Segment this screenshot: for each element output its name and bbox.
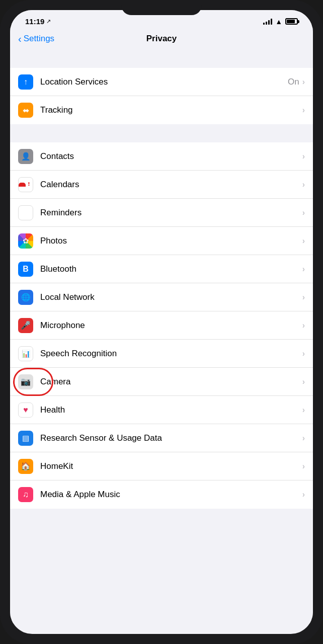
- local-network-icon: 🌐: [18, 290, 33, 305]
- back-button[interactable]: ‹ Settings: [18, 33, 54, 45]
- photos-chevron: ›: [302, 236, 305, 246]
- contacts-icon: 👤: [18, 149, 33, 164]
- contacts-label: Contacts: [40, 151, 302, 162]
- list-item-microphone[interactable]: 🎤 Microphone ›: [10, 311, 313, 340]
- signal-icon: [263, 19, 272, 25]
- list-item-media-music[interactable]: ♫ Media & Apple Music ›: [10, 480, 313, 509]
- list-item-contacts[interactable]: 👤 Contacts ›: [10, 142, 313, 171]
- speech-recognition-label: Speech Recognition: [40, 349, 302, 359]
- list-item-speech-recognition[interactable]: 📊 Speech Recognition ›: [10, 340, 313, 368]
- section-location: ↑ Location Services On › ⬌ Tracking ›: [10, 68, 313, 124]
- location-services-label: Location Services: [40, 77, 288, 87]
- homekit-chevron: ›: [302, 462, 305, 471]
- microphone-label: Microphone: [40, 320, 302, 331]
- phone-frame: 11:19 ↗ ▲ ‹ Settings: [0, 0, 323, 644]
- research-sensor-chevron: ›: [302, 434, 305, 443]
- homekit-label: HomeKit: [40, 461, 302, 471]
- battery-icon: [285, 18, 298, 25]
- health-chevron: ›: [302, 406, 305, 415]
- bluetooth-icon: B: [18, 262, 33, 277]
- calendars-chevron: ›: [302, 180, 305, 189]
- notch: [121, 0, 202, 15]
- contacts-chevron: ›: [302, 152, 305, 161]
- speech-recognition-chevron: ›: [302, 349, 305, 358]
- back-label: Settings: [24, 34, 54, 44]
- local-network-label: Local Network: [40, 292, 302, 302]
- reminders-label: Reminders: [40, 208, 302, 218]
- microphone-chevron: ›: [302, 321, 305, 330]
- homekit-icon: 🏠: [18, 459, 33, 474]
- status-time: 11:19: [25, 17, 44, 26]
- bluetooth-label: Bluetooth: [40, 264, 302, 274]
- media-music-chevron: ›: [302, 490, 305, 499]
- list-item-camera[interactable]: 📷 Camera ›: [10, 368, 313, 396]
- health-icon: ♥: [18, 403, 33, 418]
- screen: 11:19 ↗ ▲ ‹ Settings: [10, 10, 313, 634]
- tracking-icon: ⬌: [18, 103, 33, 118]
- page-title: Privacy: [146, 34, 177, 44]
- media-music-label: Media & Apple Music: [40, 490, 302, 500]
- speech-recognition-icon: 📊: [18, 346, 33, 361]
- section-gap-mid: [10, 124, 313, 142]
- photos-icon: ✿: [18, 233, 33, 249]
- list-item-photos[interactable]: ✿ Photos ›: [10, 227, 313, 255]
- health-label: Health: [40, 405, 302, 415]
- camera-label: Camera: [40, 377, 302, 387]
- local-network-chevron: ›: [302, 293, 305, 302]
- camera-chevron: ›: [302, 377, 305, 386]
- nav-bar: ‹ Settings Privacy: [10, 30, 313, 50]
- list-item-tracking[interactable]: ⬌ Tracking ›: [10, 96, 313, 124]
- list-item-homekit[interactable]: 🏠 HomeKit ›: [10, 452, 313, 480]
- reminders-icon: •–: [18, 205, 33, 220]
- list-item-calendars[interactable]: ⠇ Calendars ›: [10, 171, 313, 199]
- list-item-health[interactable]: ♥ Health ›: [10, 396, 313, 424]
- music-icon: ♫: [18, 487, 33, 502]
- section-data: 👤 Contacts › ⠇ Calendars ›: [10, 142, 313, 509]
- research-sensor-icon: ▤: [18, 431, 33, 446]
- location-services-chevron: ›: [302, 77, 305, 87]
- wifi-icon: ▲: [275, 18, 282, 26]
- reminders-chevron: ›: [302, 208, 305, 217]
- list-item-research-sensor[interactable]: ▤ Research Sensor & Usage Data ›: [10, 424, 313, 452]
- list-item-location-services[interactable]: ↑ Location Services On ›: [10, 68, 313, 96]
- calendars-label: Calendars: [40, 180, 302, 190]
- microphone-icon: 🎤: [18, 318, 33, 333]
- bottom-spacer: [10, 509, 313, 524]
- back-chevron-icon: ‹: [18, 33, 22, 45]
- bluetooth-chevron: ›: [302, 265, 305, 274]
- status-icons: ▲: [263, 18, 298, 26]
- location-arrow-icon: ↗: [46, 18, 51, 25]
- photos-label: Photos: [40, 236, 302, 246]
- tracking-chevron: ›: [302, 106, 305, 115]
- camera-icon: 📷: [18, 374, 33, 389]
- list-item-local-network[interactable]: 🌐 Local Network ›: [10, 283, 313, 311]
- research-sensor-label: Research Sensor & Usage Data: [40, 433, 302, 443]
- location-services-value: On: [288, 77, 299, 87]
- section-gap-top: [10, 50, 313, 68]
- settings-content: ↑ Location Services On › ⬌ Tracking ›: [10, 50, 313, 623]
- location-services-icon: ↑: [18, 74, 33, 90]
- tracking-label: Tracking: [40, 105, 302, 115]
- list-item-bluetooth[interactable]: B Bluetooth ›: [10, 255, 313, 283]
- calendars-icon: ⠇: [18, 177, 33, 192]
- list-item-reminders[interactable]: •– Reminders ›: [10, 199, 313, 227]
